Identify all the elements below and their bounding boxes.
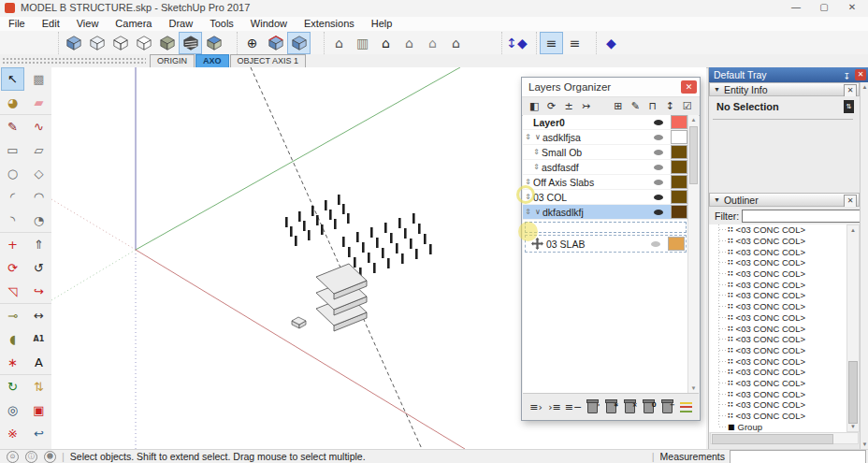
signin-icon[interactable]: ☻: [44, 451, 56, 463]
tab-origin[interactable]: ORIGIN: [150, 54, 195, 67]
follow-me-tool[interactable]: ↺: [27, 256, 51, 280]
rectangle-tool[interactable]: ▭: [1, 138, 24, 162]
dialog-title-bar[interactable]: Layers Organizer ✕: [522, 78, 700, 97]
top-view-icon[interactable]: ▥: [351, 32, 374, 54]
column-object[interactable]: [368, 253, 370, 263]
move-to-layer-icon[interactable]: ↕◆: [505, 32, 528, 54]
tab-object-axis-1[interactable]: OBJECT AXIS 1: [230, 54, 306, 67]
column-object[interactable]: [396, 243, 398, 253]
drop-zone[interactable]: [525, 222, 687, 233]
dialog-close-icon[interactable]: ✕: [681, 80, 697, 94]
scroll-thumb[interactable]: [848, 361, 858, 424]
outliner-item[interactable]: ∷<03 CONC COL>: [709, 312, 846, 324]
collapse-caret-icon[interactable]: ▼: [714, 196, 720, 203]
layer-color-swatch[interactable]: [671, 175, 687, 189]
two-point-arc-tool[interactable]: ◠: [27, 185, 51, 209]
refresh-layers-icon[interactable]: ⟳: [542, 100, 559, 112]
outliner-item[interactable]: ∷<03 CONC COL>: [709, 246, 846, 257]
layer-row[interactable]: ⇕∨dkfasdlkfj: [523, 205, 688, 220]
add-remove-layer-icon[interactable]: ±: [560, 100, 577, 112]
xray-style-icon[interactable]: [85, 32, 108, 54]
outliner-item[interactable]: ∷<03 CONC COL>: [709, 334, 846, 345]
menu-draw[interactable]: Draw: [160, 17, 201, 31]
column-object[interactable]: [370, 227, 373, 238]
3d-text-tool[interactable]: A: [27, 351, 51, 374]
delete-layer-icon[interactable]: ×: [620, 398, 639, 416]
column-object[interactable]: [390, 233, 393, 243]
tray-header[interactable]: Default Tray ↧ ✕: [709, 67, 868, 82]
outliner-item[interactable]: ∷<03 CONC COL>: [709, 224, 846, 236]
column-object[interactable]: [384, 223, 387, 233]
rotate-tool[interactable]: ⟳: [1, 256, 24, 280]
organize-layers-icon[interactable]: ◆: [600, 32, 623, 54]
text-tool[interactable]: A1: [27, 327, 51, 351]
layer-row[interactable]: ⇕∨asdklfjsa: [523, 130, 688, 145]
zoom-window-tool[interactable]: ▣: [27, 398, 51, 422]
back-view-icon[interactable]: ⌂: [398, 32, 421, 54]
back-edges-style-icon[interactable]: [179, 32, 202, 54]
group-layers-icon[interactable]: ↣: [577, 100, 594, 112]
drag-handle-icon[interactable]: ⇕: [531, 148, 542, 156]
indent-right-icon[interactable]: ≡›: [527, 398, 545, 416]
outliner-item[interactable]: ∷<03 CONC COL>: [709, 345, 846, 356]
outliner-item[interactable]: ∷<03 CONC COL>: [709, 355, 846, 367]
column-object[interactable]: [418, 224, 421, 234]
layer-color-swatch[interactable]: [671, 190, 687, 204]
column-object[interactable]: [404, 228, 407, 239]
wireframe-style-icon[interactable]: [108, 32, 132, 54]
geolocation-icon[interactable]: ⊙: [7, 451, 19, 463]
column-object[interactable]: [303, 221, 306, 231]
visibility-eye-icon[interactable]: [654, 135, 663, 140]
scroll-thumb[interactable]: [689, 126, 698, 184]
outliner-close-icon[interactable]: ✕: [844, 195, 857, 208]
scale-tool[interactable]: ◹: [1, 280, 24, 303]
column-object[interactable]: [347, 213, 350, 224]
outliner-item[interactable]: ∷<03 CONC COL>: [709, 411, 846, 422]
layers-list-icon[interactable]: ≡: [540, 32, 563, 54]
column-object[interactable]: [311, 206, 314, 216]
column-object[interactable]: [338, 195, 340, 205]
offset-tool[interactable]: ↪: [27, 280, 51, 303]
expand-caret-icon[interactable]: ∨: [533, 208, 542, 216]
orbit-tool[interactable]: ↻: [1, 375, 24, 398]
freehand-tool[interactable]: ∿: [27, 115, 51, 138]
add-to-group-icon[interactable]: ⊞: [610, 100, 627, 112]
outliner-item[interactable]: ∷<03 CONC COL>: [709, 257, 846, 268]
shaded-with-textures-style-icon[interactable]: [62, 32, 85, 54]
column-object[interactable]: [308, 230, 311, 240]
section-fill-icon[interactable]: [287, 32, 311, 54]
drag-handle-icon[interactable]: ⇕: [523, 208, 533, 216]
zoom-extents-tool[interactable]: ※: [1, 422, 24, 445]
monochrome-style-icon[interactable]: [202, 32, 225, 54]
lock-layer-icon[interactable]: ⊓: [644, 100, 661, 112]
indent-left-icon[interactable]: ›≡: [545, 398, 564, 416]
layer-color-swatch[interactable]: [671, 145, 687, 159]
close-button[interactable]: ✕: [838, 0, 866, 16]
front-view-icon[interactable]: ⌂: [374, 32, 398, 54]
rotated-rectangle-tool[interactable]: ▱: [27, 138, 51, 162]
tray-close-icon[interactable]: ✕: [855, 69, 866, 80]
column-object[interactable]: [387, 258, 390, 268]
visibility-eye-icon[interactable]: [654, 210, 663, 215]
iso-view-icon[interactable]: ⌂: [327, 32, 351, 54]
remove-from-trash-icon[interactable]: −: [658, 398, 676, 416]
layer-color-mode-icon[interactable]: ◧: [526, 100, 542, 112]
column-object[interactable]: [401, 253, 404, 264]
axes-tool[interactable]: ∗: [1, 351, 24, 374]
scroll-thumb[interactable]: [712, 434, 833, 444]
left-view-icon[interactable]: ⌂: [421, 32, 444, 54]
right-view-icon[interactable]: ⌂: [444, 32, 468, 54]
scroll-up-icon[interactable]: ▲: [861, 84, 868, 90]
layer-color-swatch[interactable]: [668, 237, 685, 251]
column-object[interactable]: [325, 200, 327, 210]
hidden-line-style-icon[interactable]: [132, 32, 155, 54]
tray-vertical-scrollbar[interactable]: ▲ ▼: [860, 82, 868, 449]
menu-edit[interactable]: Edit: [34, 17, 68, 31]
column-object[interactable]: [342, 237, 345, 247]
tape-measure-tool[interactable]: ⊸: [1, 304, 24, 327]
drag-handle-icon[interactable]: ⇕: [531, 163, 542, 171]
layer-color-swatch[interactable]: [671, 160, 687, 174]
layer-color-swatch[interactable]: [671, 130, 687, 144]
outliner-item[interactable]: ∷<03 CONC COL>: [709, 279, 846, 290]
push-pull-tool[interactable]: ⇑: [27, 233, 51, 256]
